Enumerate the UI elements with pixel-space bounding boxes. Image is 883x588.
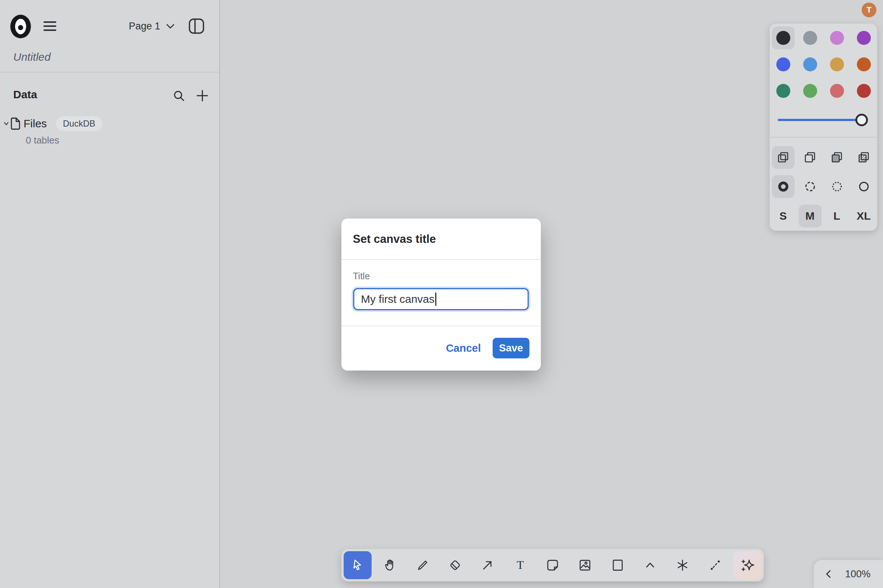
data-section-heading: Data bbox=[13, 88, 37, 101]
title-input-value: My first canvas bbox=[361, 293, 435, 305]
app-logo[interactable] bbox=[10, 15, 31, 38]
hand-tool[interactable] bbox=[376, 551, 404, 579]
menu-icon[interactable] bbox=[43, 21, 56, 31]
file-icon bbox=[10, 117, 21, 130]
text-tool[interactable]: T bbox=[506, 551, 534, 579]
color-red[interactable] bbox=[853, 80, 875, 102]
draw-tool[interactable] bbox=[409, 551, 437, 579]
files-table-count: 0 tables bbox=[26, 135, 59, 146]
title-field-label: Title bbox=[353, 271, 370, 282]
fill-pattern-button[interactable] bbox=[853, 146, 875, 169]
chevron-shape-tool[interactable] bbox=[636, 551, 664, 579]
color-light-red[interactable] bbox=[826, 80, 849, 102]
color-light-green[interactable] bbox=[799, 80, 822, 102]
dash-dotted-button[interactable] bbox=[826, 175, 849, 198]
ai-sparkle-tool[interactable] bbox=[734, 551, 762, 579]
color-light-violet[interactable] bbox=[826, 27, 849, 49]
opacity-slider[interactable] bbox=[770, 108, 877, 132]
fill-none-button[interactable] bbox=[772, 146, 795, 169]
page-selector-label: Page 1 bbox=[129, 21, 160, 32]
set-canvas-title-dialog: Set canvas title Title My first canvas C… bbox=[342, 219, 541, 370]
expand-chevron-icon[interactable] bbox=[3, 121, 10, 126]
select-tool[interactable] bbox=[343, 551, 372, 579]
save-button[interactable]: Save bbox=[493, 338, 529, 358]
files-label: Files bbox=[24, 115, 47, 132]
style-panel: S M L XL bbox=[770, 24, 877, 231]
color-black[interactable] bbox=[772, 27, 795, 49]
arrow-tool[interactable] bbox=[474, 551, 501, 579]
user-avatar[interactable]: T bbox=[862, 3, 876, 17]
title-input[interactable]: My first canvas bbox=[353, 288, 529, 310]
sidebar-toggle-icon[interactable] bbox=[187, 17, 205, 35]
note-tool[interactable] bbox=[539, 551, 567, 579]
eraser-tool[interactable] bbox=[441, 551, 469, 579]
color-grey[interactable] bbox=[799, 27, 822, 49]
opacity-slider-thumb[interactable] bbox=[855, 114, 868, 126]
svg-text:T: T bbox=[517, 559, 523, 572]
files-source-row[interactable]: Files DuckDB bbox=[0, 115, 220, 132]
rectangle-tool[interactable] bbox=[604, 551, 632, 579]
add-data-icon[interactable] bbox=[195, 88, 210, 103]
fill-solid-button[interactable] bbox=[826, 146, 849, 169]
size-l-button[interactable]: L bbox=[826, 205, 849, 227]
color-orange[interactable] bbox=[853, 53, 875, 76]
opacity-slider-track[interactable] bbox=[778, 119, 862, 121]
style-panel-divider bbox=[770, 137, 877, 138]
size-s-button[interactable]: S bbox=[772, 205, 795, 227]
dialog-title: Set canvas title bbox=[353, 232, 436, 246]
color-green[interactable] bbox=[772, 80, 795, 102]
color-light-blue[interactable] bbox=[799, 53, 822, 76]
dash-dashed-button[interactable] bbox=[799, 175, 822, 198]
zoom-widget: 100% bbox=[814, 560, 883, 588]
image-tool[interactable] bbox=[571, 551, 599, 579]
size-m-button[interactable]: M bbox=[799, 205, 822, 227]
cancel-button[interactable]: Cancel bbox=[446, 342, 481, 354]
tool-toolbar: T bbox=[342, 549, 764, 581]
search-icon[interactable] bbox=[171, 88, 186, 103]
asterisk-shape-tool[interactable] bbox=[669, 551, 697, 579]
color-blue[interactable] bbox=[772, 53, 795, 76]
app-logo-dot bbox=[18, 25, 23, 30]
color-violet[interactable] bbox=[853, 27, 875, 49]
text-caret bbox=[435, 292, 436, 306]
dialog-footer: Cancel Save bbox=[342, 326, 541, 370]
dash-draw-button[interactable] bbox=[772, 175, 795, 198]
dialog-header: Set canvas title bbox=[342, 219, 541, 259]
collapse-chevron-icon[interactable] bbox=[824, 569, 833, 579]
sidebar: Page 1 Untitled Data bbox=[0, 0, 220, 588]
document-title: Untitled bbox=[13, 51, 51, 63]
color-yellow[interactable] bbox=[826, 53, 849, 76]
chevron-down-icon bbox=[166, 23, 175, 29]
duckdb-badge: DuckDB bbox=[56, 116, 102, 131]
app-logo-inner bbox=[15, 19, 26, 34]
fill-semi-button[interactable] bbox=[799, 146, 822, 169]
dialog-divider bbox=[342, 259, 541, 260]
line-tool[interactable] bbox=[701, 551, 729, 579]
sidebar-divider bbox=[0, 72, 220, 72]
zoom-level[interactable]: 100% bbox=[845, 568, 871, 580]
size-xl-button[interactable]: XL bbox=[853, 205, 875, 227]
dash-solid-button[interactable] bbox=[853, 175, 875, 198]
page-selector[interactable]: Page 1 bbox=[129, 18, 175, 34]
